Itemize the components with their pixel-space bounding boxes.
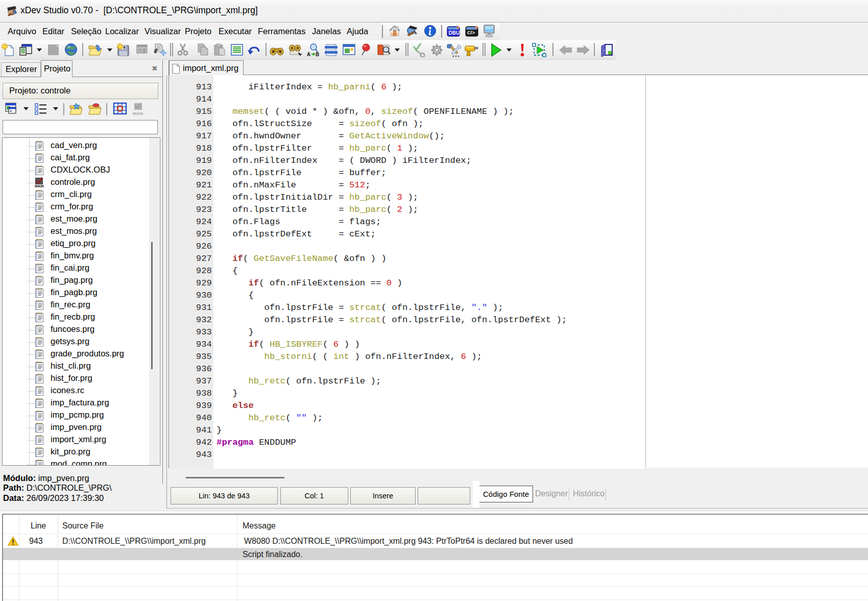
svg-text:B: B — [316, 52, 319, 57]
svg-text:MAIN: MAIN — [35, 184, 44, 188]
svg-text:DBU: DBU — [449, 30, 460, 36]
svg-text:MAIN: MAIN — [133, 111, 143, 116]
svg-text:A: A — [307, 52, 310, 57]
svg-text:C/>: C/> — [467, 30, 475, 35]
